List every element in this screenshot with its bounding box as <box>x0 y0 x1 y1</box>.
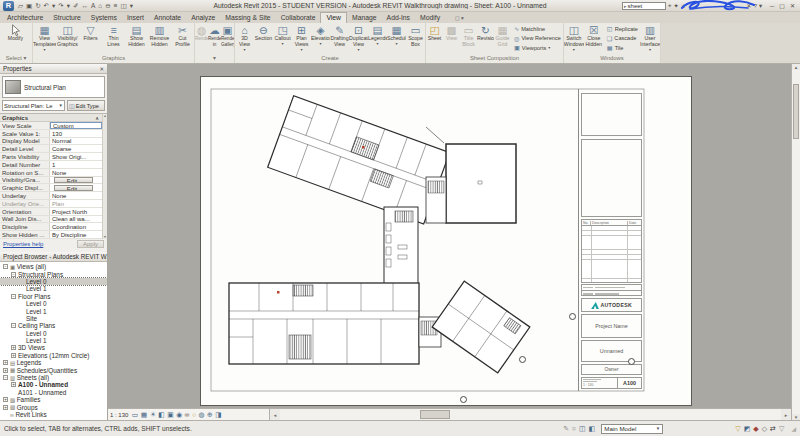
tab-insert[interactable]: Insert <box>122 12 149 23</box>
property-row[interactable]: Detail Level Coarse <box>0 145 107 153</box>
qat-dimension-icon[interactable]: ↔ <box>81 1 90 11</box>
qat-save-icon[interactable]: ▣ <box>25 1 33 11</box>
close-hidden-button[interactable]: ☒ Close Hidden ▾ <box>584 23 604 54</box>
render-in-cloud-button[interactable]: ☁ Render in Cloud ▾ <box>208 23 221 54</box>
tree-item[interactable]: Site <box>0 315 107 322</box>
remove-hidden-lines-button[interactable]: ▥ Remove Hidden Lines ▾ <box>148 23 171 54</box>
project-browser-header[interactable]: Project Browser - Autodesk REVIT W... ✕ <box>0 252 107 262</box>
horizontal-scrollbar[interactable]: ◂ ▸ <box>270 408 791 420</box>
type-combo[interactable]: Structural Plan: Le ▼ <box>2 100 65 111</box>
ribbon-display-toggle[interactable]: ◻ ▾ <box>455 15 464 21</box>
detail-level-icon[interactable]: ▭ <box>132 409 138 420</box>
close-icon[interactable]: ✕ <box>99 66 104 72</box>
crop-view-icon[interactable]: ▣ <box>167 409 173 420</box>
modify-button[interactable]: Modify <box>0 23 31 54</box>
tree-item[interactable]: − Ceiling Plans <box>0 322 107 329</box>
exclude-options-filter-icon[interactable]: ▽ <box>735 422 740 436</box>
scroll-left-icon[interactable]: ◂ <box>270 412 280 418</box>
hide-analytical-model-icon[interactable]: ⊕ <box>207 409 213 420</box>
visual-style-icon[interactable]: ▦ <box>141 409 147 420</box>
edit-pinned-icon[interactable]: ◩ <box>744 422 751 436</box>
qat-section-icon[interactable]: ⊖ <box>104 1 111 11</box>
tree-item[interactable]: A101 - Unnamed <box>0 389 107 396</box>
qat-text-icon[interactable]: A <box>90 1 96 11</box>
drawing-area[interactable]: No. Description Date AUTODESK <box>108 64 791 420</box>
qat-measure-icon[interactable]: ✐ <box>72 1 79 11</box>
tree-item[interactable]: + 3D Views <box>0 344 107 351</box>
tab-structure[interactable]: Structure <box>48 12 86 23</box>
tree-expander-icon[interactable]: + <box>11 353 16 358</box>
property-row[interactable]: Show Hidden ... By Discipline <box>0 231 107 239</box>
tree-item[interactable]: Level 0 <box>0 278 107 285</box>
maximize-button[interactable]: ▢ <box>779 1 785 11</box>
tree-item[interactable]: Level 1 <box>0 337 107 344</box>
tree-expander-icon[interactable]: − <box>3 375 8 380</box>
sheet-button[interactable]: ◰ Sheet ▾ <box>426 23 443 54</box>
qat-switch-windows-icon[interactable]: ◫ <box>120 1 128 11</box>
tab-add-ins[interactable]: Add-Ins <box>382 12 415 23</box>
active-workset-icon[interactable]: ◫ <box>579 422 586 436</box>
tree-expander-icon[interactable]: − <box>11 323 16 328</box>
title-block-button[interactable]: ▭ Title Block ▾ <box>460 23 477 54</box>
qat-undo-icon[interactable]: ↶ <box>43 1 50 11</box>
tree-item[interactable]: + ▦ Schedules/Quantities <box>0 366 107 373</box>
qat-open-icon[interactable]: ▱ <box>17 1 24 11</box>
tree-expander-icon[interactable]: − <box>11 294 16 299</box>
show-crop-region-icon[interactable]: ◉ <box>176 409 182 420</box>
drag-on-selection-icon[interactable]: ⇄ <box>770 422 776 436</box>
tree-expander-icon[interactable]: + <box>11 382 16 387</box>
tab-manage[interactable]: Manage <box>347 12 382 23</box>
qat-redo-more-icon[interactable]: ▾ <box>66 1 71 11</box>
design-options-icon[interactable]: ◧ <box>589 422 596 436</box>
cascade-button[interactable]: ❏ Cascade <box>607 34 638 44</box>
tree-expander-icon[interactable]: − <box>11 272 16 277</box>
property-row[interactable]: Visibility/Gra... Edit... <box>0 177 107 185</box>
tab-systems[interactable]: Systems <box>86 12 122 23</box>
tab-analyze[interactable]: Analyze <box>186 12 220 23</box>
apply-button[interactable]: Apply <box>77 240 104 248</box>
property-row[interactable]: Display Model Normal <box>0 138 107 146</box>
temporary-view-properties-icon[interactable]: ◍ <box>199 409 205 420</box>
tree-expander-icon[interactable]: + <box>3 360 8 365</box>
property-row[interactable]: Wall Join Dis... Clean all wa... <box>0 216 107 224</box>
scope-box-button[interactable]: ▭ Scope Box ▾ <box>406 23 425 54</box>
tab-massing-site[interactable]: Massing & Site <box>220 12 275 23</box>
selection-filter-icon[interactable]: ▽ <box>779 422 784 436</box>
elevation-marker[interactable] <box>519 356 526 363</box>
help-more-icon[interactable]: ▾ <box>759 1 762 11</box>
cut-profile-button[interactable]: ✂ Cut Profile ▾ <box>171 23 194 54</box>
user-interface-button[interactable]: ▥ User Interface ▾ <box>640 23 660 54</box>
property-row[interactable]: Discipline Coordination <box>0 223 107 231</box>
qat-sync-icon[interactable]: ↻ <box>34 1 41 11</box>
schedules-button[interactable]: ▦ Schedules ▾ <box>387 23 406 54</box>
elevation-button[interactable]: ◈ Elevation ▾ <box>311 23 330 54</box>
tree-expander-icon[interactable]: + <box>3 397 8 402</box>
tree-item[interactable]: − Floor Plans <box>0 293 107 300</box>
tree-item[interactable]: Level 0 <box>0 300 107 307</box>
property-row[interactable]: Underlay Orie... Plan <box>0 200 107 208</box>
tree-item[interactable]: − ▣ Views (all) <box>0 263 107 270</box>
scroll-right-icon[interactable]: ▸ <box>781 412 791 418</box>
properties-scrollbar[interactable]: ▲▼ <box>102 114 107 239</box>
elevation-marker[interactable] <box>628 358 635 365</box>
select-links-icon[interactable]: ◇ <box>762 422 767 436</box>
matchline-button[interactable]: ∿ Matchline ▾ <box>514 24 561 34</box>
property-row[interactable]: Graphic Displ... Edit... <box>0 184 107 192</box>
elevation-marker[interactable] <box>569 313 576 320</box>
property-row[interactable]: Parts Visibility Show Origi... <box>0 153 107 161</box>
plan-views-button[interactable]: ⊞ Plan Views ▾ <box>292 23 311 54</box>
reveal-hidden-elements-icon[interactable]: ○ <box>192 409 196 420</box>
show-hidden-lines-button[interactable]: ▤ Show Hidden Lines ▾ <box>125 23 148 54</box>
tree-item[interactable]: + ▨ Groups <box>0 403 107 410</box>
tab-collaborate[interactable]: Collaborate <box>276 12 321 23</box>
tab-annotate[interactable]: Annotate <box>149 12 186 23</box>
tab-view[interactable]: View <box>320 12 347 23</box>
graphics-section-header[interactable]: Graphics∧ <box>0 114 107 122</box>
minimize-button[interactable]: ─ <box>770 1 774 11</box>
tree-expander-icon[interactable]: + <box>11 345 16 350</box>
editable-only-icon[interactable]: ✎ <box>563 422 569 436</box>
temporary-hide-isolate-icon[interactable]: ∞ <box>185 409 190 420</box>
highlight-displacement-icon[interactable]: ◨ <box>215 409 221 420</box>
render-button[interactable]: ◍ Render ▾ <box>195 23 208 54</box>
properties-help-link[interactable]: Properties help <box>3 241 43 247</box>
